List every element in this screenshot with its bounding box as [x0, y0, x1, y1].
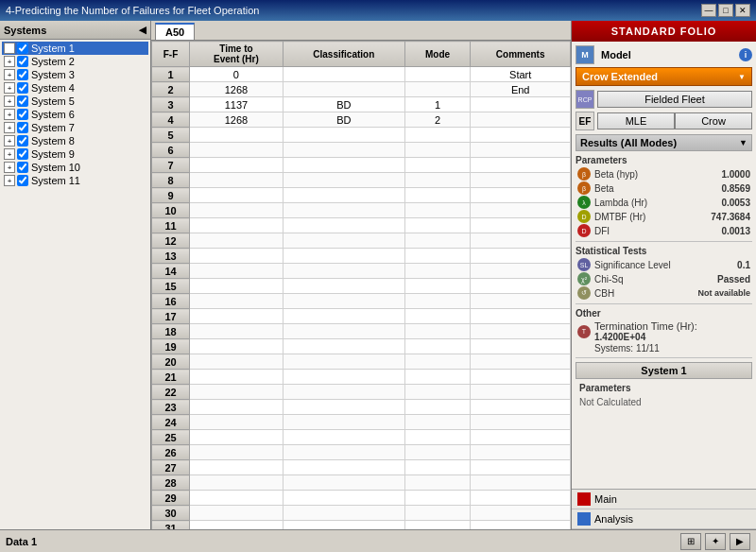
cell-comments[interactable] — [471, 264, 571, 279]
cell-class[interactable] — [283, 339, 404, 354]
cell-comments[interactable] — [471, 385, 571, 400]
cell-time[interactable] — [190, 460, 284, 475]
sidebar-item-system-1[interactable]: +System 1 — [2, 42, 148, 55]
cell-mode[interactable] — [404, 354, 471, 370]
maximize-button[interactable]: □ — [718, 4, 733, 17]
cell-class[interactable] — [283, 128, 404, 143]
cell-time[interactable] — [190, 339, 284, 354]
cell-time[interactable] — [190, 400, 284, 415]
cell-mode[interactable] — [404, 128, 471, 143]
sidebar-item-system-10[interactable]: +System 10 — [2, 161, 148, 174]
cell-mode[interactable] — [404, 385, 471, 400]
cell-class[interactable] — [283, 294, 404, 309]
cell-time[interactable] — [190, 203, 284, 218]
cell-mode[interactable] — [404, 430, 471, 445]
bottom-tab-main[interactable]: Main — [572, 490, 756, 509]
status-icon-grid[interactable]: ⊞ — [680, 533, 701, 550]
cell-mode[interactable] — [404, 339, 471, 354]
cell-class[interactable] — [283, 460, 404, 475]
cell-comments[interactable] — [471, 128, 571, 143]
system-checkbox-7[interactable] — [17, 122, 28, 133]
cell-comments[interactable] — [471, 112, 571, 128]
system-checkbox-5[interactable] — [17, 95, 28, 107]
cell-class[interactable] — [283, 324, 404, 339]
cell-mode[interactable]: 2 — [404, 112, 471, 128]
cell-class[interactable] — [283, 506, 404, 521]
cell-time[interactable] — [190, 233, 284, 249]
cell-comments[interactable] — [471, 203, 571, 218]
cell-comments[interactable] — [471, 445, 571, 460]
cell-class[interactable] — [283, 249, 404, 264]
expand-icon[interactable]: + — [4, 162, 15, 173]
minimize-button[interactable]: — — [701, 4, 716, 17]
cell-time[interactable] — [190, 294, 284, 309]
cell-class[interactable] — [283, 370, 404, 385]
cell-class[interactable] — [283, 143, 404, 158]
system-checkbox-10[interactable] — [17, 162, 28, 173]
cell-mode[interactable] — [404, 324, 471, 339]
cell-mode[interactable] — [404, 400, 471, 415]
cell-comments[interactable] — [471, 506, 571, 521]
sidebar-item-system-6[interactable]: +System 6 — [2, 108, 148, 121]
cell-time[interactable]: 0 — [190, 67, 284, 82]
cell-comments[interactable] — [471, 460, 571, 475]
sidebar-item-system-9[interactable]: +System 9 — [2, 147, 148, 161]
system-checkbox-4[interactable] — [17, 82, 28, 94]
cell-comments[interactable] — [471, 430, 571, 445]
cell-class[interactable] — [283, 385, 404, 400]
cell-time[interactable] — [190, 521, 284, 530]
cell-class[interactable] — [283, 82, 404, 97]
cell-class[interactable] — [283, 430, 404, 445]
expand-icon[interactable]: + — [4, 148, 15, 160]
bottom-tab-analysis[interactable]: Analysis — [572, 509, 756, 529]
cell-mode[interactable] — [404, 249, 471, 264]
cell-class[interactable] — [283, 415, 404, 430]
cell-comments[interactable] — [471, 415, 571, 430]
system-checkbox-8[interactable] — [17, 135, 28, 147]
cell-time[interactable] — [190, 279, 284, 294]
sidebar-item-system-5[interactable]: +System 5 — [2, 95, 148, 108]
cell-comments[interactable] — [471, 97, 571, 112]
cell-mode[interactable] — [404, 491, 471, 506]
cell-time[interactable] — [190, 128, 284, 143]
fielded-fleet-button[interactable]: Fielded Fleet — [597, 91, 752, 108]
panel-collapse-arrow[interactable]: ◀ — [139, 25, 146, 35]
cell-class[interactable] — [283, 279, 404, 294]
sidebar-item-system-2[interactable]: +System 2 — [2, 55, 148, 68]
cell-comments[interactable] — [471, 143, 571, 158]
cell-comments[interactable] — [471, 370, 571, 385]
cell-comments[interactable] — [471, 188, 571, 203]
cell-class[interactable] — [283, 521, 404, 530]
cell-mode[interactable] — [404, 143, 471, 158]
cell-class[interactable] — [283, 400, 404, 415]
cell-time[interactable] — [190, 370, 284, 385]
cell-comments[interactable] — [471, 354, 571, 370]
cell-comments[interactable] — [471, 294, 571, 309]
cell-mode[interactable] — [404, 67, 471, 82]
cell-comments[interactable] — [471, 491, 571, 506]
cell-time[interactable] — [190, 354, 284, 370]
tab-a50[interactable]: A50 — [155, 23, 195, 40]
cell-comments[interactable] — [471, 475, 571, 491]
expand-icon[interactable]: + — [4, 56, 15, 67]
expand-icon[interactable]: + — [4, 135, 15, 147]
system-checkbox-6[interactable] — [17, 109, 28, 120]
close-button[interactable]: ✕ — [735, 4, 750, 17]
info-icon[interactable]: i — [739, 48, 752, 61]
expand-icon[interactable]: + — [4, 109, 15, 120]
cell-class[interactable]: BD — [283, 112, 404, 128]
cell-class[interactable] — [283, 264, 404, 279]
cell-comments[interactable] — [471, 233, 571, 249]
cell-mode[interactable] — [404, 309, 471, 324]
cell-mode[interactable] — [404, 475, 471, 491]
cell-class[interactable] — [283, 309, 404, 324]
data-table-container[interactable]: F-F Time toEvent (Hr) Classification Mod… — [151, 41, 571, 529]
sidebar-item-system-4[interactable]: +System 4 — [2, 81, 148, 95]
cell-class[interactable] — [283, 158, 404, 173]
system-checkbox-11[interactable] — [17, 175, 28, 186]
cell-mode[interactable] — [404, 218, 471, 233]
cell-class[interactable] — [283, 188, 404, 203]
expand-icon[interactable]: + — [4, 95, 15, 107]
cell-class[interactable] — [283, 233, 404, 249]
cell-comments[interactable]: End — [471, 82, 571, 97]
